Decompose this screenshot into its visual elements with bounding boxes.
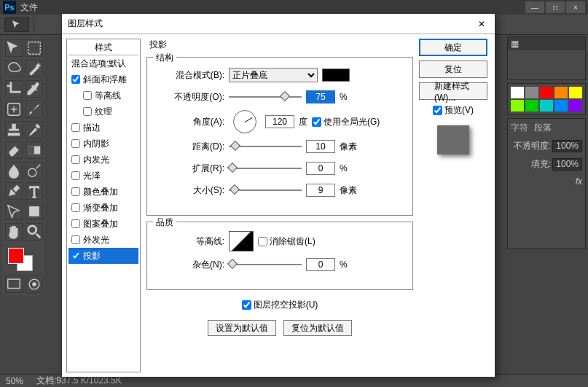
tab-paragraph[interactable]: 段落 (534, 122, 552, 134)
effect-checkbox[interactable] (71, 75, 80, 84)
shadow-color-chip[interactable] (322, 69, 350, 82)
tab-character[interactable]: 字符 (511, 122, 528, 134)
new-style-button[interactable]: 新建样式(W)... (419, 82, 487, 100)
swatch-yellow[interactable] (569, 87, 582, 98)
effect-checkbox[interactable] (71, 139, 80, 148)
fg-color[interactable] (8, 248, 24, 264)
antialias-checkbox[interactable]: 消除锯齿(L) (258, 235, 315, 248)
opacity-value[interactable]: 100% (552, 140, 582, 152)
quick-mask[interactable] (26, 275, 43, 293)
effect-item-描边[interactable]: 描边 (68, 120, 138, 136)
minimize-button[interactable]: — (525, 1, 544, 13)
swatch-lime[interactable] (511, 100, 524, 112)
effect-item-斜面和浮雕[interactable]: 斜面和浮雕 (68, 71, 138, 87)
angle-input[interactable] (265, 115, 294, 128)
noise-slider[interactable] (229, 262, 302, 267)
effect-checkbox[interactable] (71, 219, 80, 228)
current-tool-chip[interactable] (4, 17, 29, 32)
spread-slider[interactable] (229, 166, 302, 171)
reset-default-button[interactable]: 复位为默认值 (283, 320, 352, 336)
tool-lasso[interactable] (5, 60, 23, 77)
tool-crop[interactable] (5, 80, 23, 98)
tool-stamp[interactable] (5, 121, 23, 138)
cancel-button[interactable]: 复位 (419, 60, 487, 78)
dialog-titlebar[interactable]: 图层样式 ✕ (62, 14, 495, 34)
tool-path[interactable] (5, 203, 23, 220)
effect-label: 光泽 (83, 170, 101, 182)
tool-type[interactable] (26, 182, 43, 200)
tool-hand[interactable] (5, 223, 23, 241)
close-icon[interactable]: ✕ (474, 17, 489, 31)
tool-eraser[interactable] (5, 141, 23, 159)
distance-input[interactable] (306, 140, 335, 153)
maximize-button[interactable]: □ (546, 1, 565, 13)
effect-item-渐变叠加[interactable]: 渐变叠加 (68, 200, 138, 216)
effect-checkbox[interactable] (71, 251, 80, 260)
effect-item-图案叠加[interactable]: 图案叠加 (68, 216, 138, 232)
effect-item-颜色叠加[interactable]: 颜色叠加 (68, 184, 138, 200)
swatch-cyan[interactable] (540, 100, 553, 112)
spread-input[interactable] (306, 162, 335, 175)
color-panel-header[interactable]: ▦ (508, 37, 585, 50)
angle-dial[interactable] (233, 110, 256, 133)
fill-value[interactable]: 100% (552, 158, 582, 171)
tool-move[interactable] (5, 39, 23, 57)
contour-picker[interactable] (229, 231, 254, 251)
tool-heal[interactable] (5, 101, 23, 118)
opacity-slider[interactable] (229, 95, 302, 99)
noise-input[interactable] (306, 258, 335, 271)
swatch-blue[interactable] (554, 100, 568, 112)
tool-zoom[interactable] (26, 223, 43, 241)
screen-mode[interactable] (5, 275, 23, 293)
effect-label: 图案叠加 (83, 218, 118, 230)
blend-mode-select[interactable]: 正片叠底 (229, 68, 318, 82)
swatch-green[interactable] (525, 100, 538, 112)
effect-checkbox[interactable] (71, 203, 80, 212)
tool-gradient[interactable] (26, 141, 43, 159)
effect-checkbox[interactable] (71, 171, 80, 180)
size-input[interactable] (306, 184, 335, 197)
effect-checkbox[interactable] (71, 235, 80, 244)
blending-options-item[interactable]: 混合选项:默认 (68, 55, 138, 71)
effect-item-投影[interactable]: 投影 (68, 248, 138, 264)
effect-checkbox[interactable] (83, 107, 92, 116)
tool-wand[interactable] (26, 60, 43, 77)
tool-marquee[interactable] (26, 39, 43, 57)
opacity-input[interactable] (306, 90, 335, 103)
zoom-level[interactable]: 50% (6, 376, 23, 386)
knockout-checkbox[interactable]: 图层挖空投影(U) (242, 299, 318, 311)
ok-button[interactable]: 确定 (419, 39, 487, 56)
tool-eyedropper[interactable] (26, 80, 43, 98)
tool-pen[interactable] (5, 182, 23, 200)
tool-blur[interactable] (5, 162, 23, 179)
effect-checkbox[interactable] (71, 155, 80, 164)
tool-brush[interactable] (26, 101, 43, 118)
effect-item-内发光[interactable]: 内发光 (68, 152, 138, 168)
swatch-purple[interactable] (569, 100, 582, 112)
preview-checkbox[interactable]: 预览(V) (419, 104, 487, 117)
size-slider[interactable] (229, 188, 302, 192)
tool-history[interactable] (26, 121, 43, 138)
effect-item-内阴影[interactable]: 内阴影 (68, 136, 138, 152)
effect-checkbox[interactable] (71, 187, 80, 196)
effect-item-光泽[interactable]: 光泽 (68, 168, 138, 184)
svg-point-4 (28, 168, 36, 176)
global-light-checkbox[interactable]: 使用全局光(G) (312, 116, 380, 128)
tool-dodge[interactable] (26, 162, 43, 179)
swatch-orange[interactable] (554, 87, 568, 98)
make-default-button[interactable]: 设置为默认值 (208, 320, 276, 336)
effect-checkbox[interactable] (83, 91, 92, 100)
fx-badge[interactable]: fx (508, 173, 585, 189)
swatch-white[interactable] (511, 87, 524, 98)
distance-slider[interactable] (229, 144, 302, 149)
tool-shape[interactable] (26, 203, 43, 220)
swatch-red[interactable] (540, 87, 553, 98)
effect-item-外发光[interactable]: 外发光 (68, 232, 138, 248)
menu-file[interactable]: 文件 (20, 1, 38, 14)
effect-item-纹理[interactable]: 纹理 (68, 103, 138, 120)
close-window-button[interactable]: × (566, 1, 585, 13)
effect-checkbox[interactable] (71, 123, 80, 132)
effect-item-等高线[interactable]: 等高线 (68, 87, 138, 103)
color-swatches[interactable] (5, 246, 43, 273)
swatch-gray[interactable] (525, 87, 538, 98)
